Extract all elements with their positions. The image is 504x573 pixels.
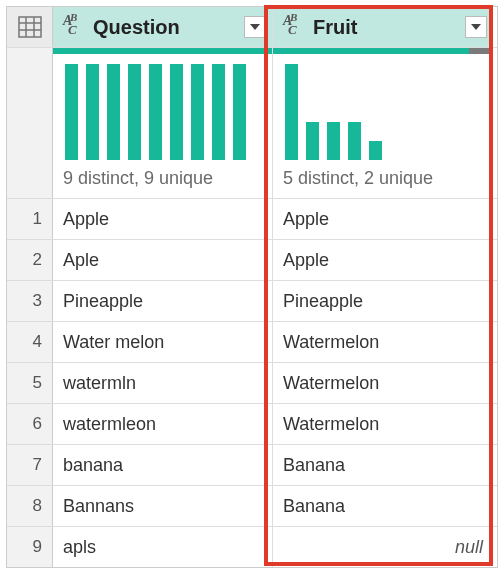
row-number: 7	[7, 445, 53, 485]
column-profile-question: 9 distinct, 9 unique	[53, 48, 273, 198]
distribution-histogram	[283, 64, 483, 160]
cell-fruit[interactable]: Pineapple	[273, 281, 493, 321]
distribution-bar	[306, 122, 319, 160]
row-number: 3	[7, 281, 53, 321]
row-number: 6	[7, 404, 53, 444]
header-row: ABC Question ABC Fruit	[7, 7, 497, 48]
cell-question[interactable]: banana	[53, 445, 273, 485]
distribution-label: 9 distinct, 9 unique	[63, 168, 262, 189]
cell-question[interactable]: watermln	[53, 363, 273, 403]
cell-question[interactable]: Aple	[53, 240, 273, 280]
column-filter-button[interactable]	[244, 16, 266, 38]
svg-marker-5	[250, 24, 260, 30]
select-all-cell[interactable]	[7, 7, 53, 47]
table-row[interactable]: 2ApleApple	[7, 240, 497, 281]
svg-marker-6	[471, 24, 481, 30]
row-number: 1	[7, 199, 53, 239]
table-row[interactable]: 4Water melonWatermelon	[7, 322, 497, 363]
text-type-icon: ABC	[63, 17, 85, 37]
cell-question[interactable]: Pineapple	[53, 281, 273, 321]
quality-bar	[53, 48, 272, 54]
cell-fruit[interactable]: null	[273, 527, 493, 567]
cell-fruit[interactable]: Watermelon	[273, 404, 493, 444]
cell-fruit[interactable]: Watermelon	[273, 322, 493, 362]
row-number: 2	[7, 240, 53, 280]
cell-fruit[interactable]: Watermelon	[273, 363, 493, 403]
row-number-gutter	[7, 48, 53, 198]
cell-question[interactable]: apls	[53, 527, 273, 567]
distribution-bar	[327, 122, 340, 160]
svg-rect-0	[19, 17, 41, 37]
distribution-bar	[86, 64, 99, 160]
distribution-label: 5 distinct, 2 unique	[283, 168, 483, 189]
null-value: null	[283, 537, 483, 558]
cell-question[interactable]: Apple	[53, 199, 273, 239]
distribution-bar	[170, 64, 183, 160]
column-header-fruit[interactable]: ABC Fruit	[273, 7, 493, 47]
chevron-down-icon	[250, 24, 260, 30]
column-header-label: Question	[93, 16, 180, 39]
distribution-bar	[65, 64, 78, 160]
distribution-bar	[369, 141, 382, 160]
distribution-bar	[149, 64, 162, 160]
quality-error	[469, 48, 493, 54]
table-icon	[18, 16, 42, 38]
column-header-question[interactable]: ABC Question	[53, 7, 273, 47]
cell-question[interactable]: Bannans	[53, 486, 273, 526]
table-row[interactable]: 7bananaBanana	[7, 445, 497, 486]
column-profile-fruit: 5 distinct, 2 unique	[273, 48, 493, 198]
quality-bar	[273, 48, 493, 54]
cell-question[interactable]: watermleon	[53, 404, 273, 444]
distribution-bar	[191, 64, 204, 160]
distribution-bar	[233, 64, 246, 160]
table-row[interactable]: 8BannansBanana	[7, 486, 497, 527]
quality-good	[53, 48, 272, 54]
distribution-bar	[285, 64, 298, 160]
row-number: 4	[7, 322, 53, 362]
row-number: 5	[7, 363, 53, 403]
quality-good	[273, 48, 469, 54]
cell-fruit[interactable]: Banana	[273, 486, 493, 526]
cell-fruit[interactable]: Banana	[273, 445, 493, 485]
column-filter-button[interactable]	[465, 16, 487, 38]
distribution-bar	[348, 122, 361, 160]
distribution-histogram	[63, 64, 262, 160]
column-profile-row: 9 distinct, 9 unique 5 distinct, 2 uniqu…	[7, 48, 497, 199]
cell-fruit[interactable]: Apple	[273, 199, 493, 239]
table-row[interactable]: 1AppleApple	[7, 199, 497, 240]
table-row[interactable]: 5watermlnWatermelon	[7, 363, 497, 404]
row-number: 8	[7, 486, 53, 526]
cell-fruit[interactable]: Apple	[273, 240, 493, 280]
column-header-label: Fruit	[313, 16, 357, 39]
table-row[interactable]: 9aplsnull	[7, 527, 497, 567]
distribution-bar	[212, 64, 225, 160]
data-preview-grid: ABC Question ABC Fruit	[6, 6, 498, 568]
chevron-down-icon	[471, 24, 481, 30]
text-type-icon: ABC	[283, 17, 305, 37]
table-row[interactable]: 3PineapplePineapple	[7, 281, 497, 322]
row-number: 9	[7, 527, 53, 567]
cell-question[interactable]: Water melon	[53, 322, 273, 362]
table-row[interactable]: 6watermleonWatermelon	[7, 404, 497, 445]
distribution-bar	[128, 64, 141, 160]
distribution-bar	[107, 64, 120, 160]
